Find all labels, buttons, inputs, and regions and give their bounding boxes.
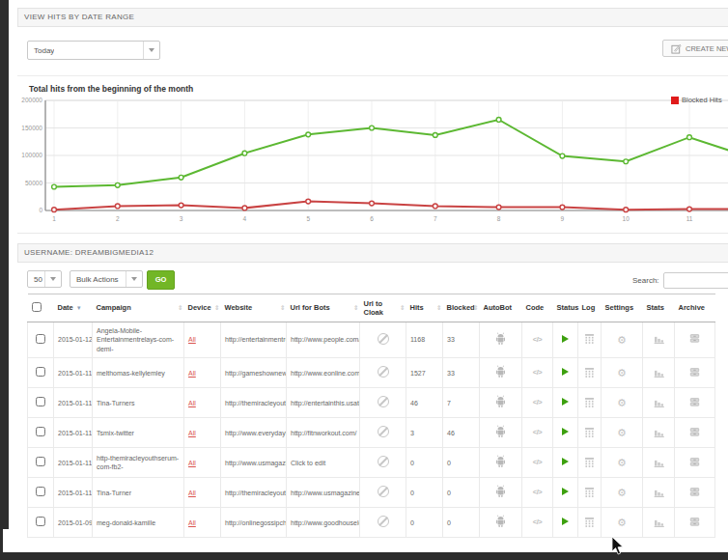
device-all-link[interactable]: All [188,370,196,377]
url-cloak-disabled-icon[interactable] [378,426,389,437]
row-code-cell: </> [522,508,553,538]
autobot-android-icon[interactable] [494,365,507,378]
settings-gear-icon[interactable]: ⚙ [617,367,627,378]
log-calendar-icon[interactable] [583,366,596,378]
settings-gear-icon[interactable]: ⚙ [617,397,627,408]
row-website: http://www.usmagazine.c... [221,448,287,478]
status-play-icon[interactable] [562,398,569,406]
column-header-website[interactable]: Website⇕ [221,294,287,322]
status-play-icon[interactable] [562,368,569,376]
archive-box-icon[interactable] [688,366,701,378]
settings-gear-icon[interactable]: ⚙ [617,457,627,468]
device-all-link[interactable]: All [188,400,196,406]
row-checkbox[interactable] [36,457,45,466]
code-icon[interactable]: </> [533,368,542,377]
row-blocked: 0 [443,508,480,538]
date-range-select[interactable]: Today [27,41,160,60]
log-calendar-icon[interactable] [583,396,596,408]
stats-bar-chart-icon[interactable] [653,366,665,378]
row-date: 2015-01-11 [54,358,93,388]
settings-gear-icon[interactable]: ⚙ [617,427,627,438]
archive-box-icon[interactable] [688,396,701,408]
svg-text:10: 10 [623,215,630,222]
log-calendar-icon[interactable] [583,332,596,345]
campaigns-panel-body: 50 Bulk Actions GO Search: Date▼Campaign… [17,263,728,544]
status-play-icon[interactable] [562,458,569,465]
settings-gear-icon[interactable]: ⚙ [617,487,627,498]
row-cloak-cell [360,322,406,358]
select-all-checkbox[interactable] [32,302,42,312]
device-all-link[interactable]: All [188,460,196,466]
archive-box-icon[interactable] [688,456,701,468]
code-icon[interactable]: </> [533,518,542,526]
url-cloak-disabled-icon[interactable] [378,333,389,345]
row-stats-cell [643,388,675,418]
go-button[interactable]: GO [147,270,175,290]
row-checkbox[interactable] [36,334,45,344]
status-play-icon[interactable] [562,488,569,495]
status-play-icon[interactable] [562,428,569,435]
row-checkbox[interactable] [36,367,45,377]
autobot-android-icon[interactable] [494,485,507,498]
column-header-url_to_cloak[interactable]: Url to Cloak⇕ [360,294,406,322]
page-size-select[interactable]: 50 [27,270,62,288]
archive-box-icon[interactable] [688,516,701,528]
code-icon[interactable]: </> [533,428,542,436]
row-checkbox-cell [28,358,54,388]
column-header-blocked[interactable]: Blocked⇕ [443,294,480,322]
row-checkbox[interactable] [36,487,45,496]
row-checkbox-cell [28,388,54,418]
url-cloak-disabled-icon[interactable] [378,396,389,407]
row-hits: 1527 [406,358,443,388]
device-all-link[interactable]: All [188,490,196,496]
stats-bar-chart-icon[interactable] [653,516,665,528]
log-calendar-icon[interactable] [583,456,596,468]
stats-bar-chart-icon[interactable] [653,332,665,345]
device-all-link[interactable]: All [188,336,196,343]
column-header-url_for_bots[interactable]: Url for Bots⇕ [287,294,360,322]
bulk-actions-select[interactable]: Bulk Actions [70,270,143,288]
archive-box-icon[interactable] [688,332,701,345]
code-icon[interactable]: </> [533,488,542,496]
column-header-check[interactable] [28,294,54,322]
status-play-icon[interactable] [562,335,569,343]
device-all-link[interactable]: All [188,430,196,436]
settings-gear-icon[interactable]: ⚙ [617,517,627,528]
search-input[interactable] [663,272,728,289]
stats-bar-chart-icon[interactable] [653,486,665,498]
settings-gear-icon[interactable]: ⚙ [617,334,627,346]
autobot-android-icon[interactable] [494,332,507,346]
autobot-android-icon[interactable] [494,395,507,408]
url-cloak-disabled-icon[interactable] [378,516,389,527]
column-header-campaign[interactable]: Campaign⇕ [93,294,184,322]
autobot-android-icon[interactable] [494,515,507,528]
search-label: Search: [632,276,659,285]
log-calendar-icon[interactable] [583,426,596,438]
autobot-android-icon[interactable] [494,455,507,468]
url-cloak-disabled-icon[interactable] [378,486,389,497]
column-header-device[interactable]: Device⇕ [184,294,221,322]
stats-bar-chart-icon[interactable] [653,456,665,468]
code-icon[interactable]: </> [533,458,542,466]
column-header-hits[interactable]: Hits⇕ [406,294,443,322]
archive-box-icon[interactable] [688,486,701,498]
chart-title: Total hits from the beginning of the mon… [17,84,728,94]
column-header-date[interactable]: Date▼ [54,294,93,322]
code-icon[interactable]: </> [533,335,542,344]
status-play-icon[interactable] [562,518,569,525]
device-all-link[interactable]: All [188,519,196,526]
log-calendar-icon[interactable] [583,486,596,498]
stats-bar-chart-icon[interactable] [653,396,665,408]
row-checkbox[interactable] [36,517,45,526]
log-calendar-icon[interactable] [583,516,596,528]
row-autobot-cell [480,418,522,448]
create-new-campaign-button[interactable]: CREATE NEW CAMPAIGN [662,40,728,57]
code-icon[interactable]: </> [533,398,542,406]
url-cloak-disabled-icon[interactable] [378,456,389,467]
autobot-android-icon[interactable] [494,425,507,438]
stats-bar-chart-icon[interactable] [653,426,665,438]
url-cloak-disabled-icon[interactable] [378,366,389,378]
archive-box-icon[interactable] [688,426,701,438]
row-checkbox[interactable] [36,397,45,406]
row-checkbox[interactable] [36,427,45,436]
